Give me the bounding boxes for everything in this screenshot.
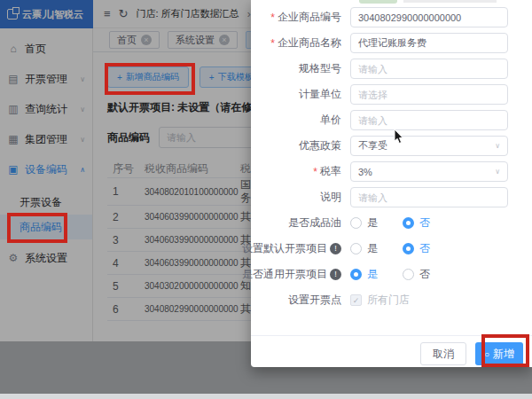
- required-mark: *: [270, 12, 275, 24]
- form-row-product-code: * 企业商品编号: [251, 4, 532, 30]
- highlight-box-sidebar-product-codes: [7, 213, 67, 243]
- radio-label: 否: [419, 241, 430, 256]
- form-row-product-name: * 企业商品名称: [251, 30, 532, 56]
- field-label: 规格型号: [251, 61, 350, 76]
- info-icon[interactable]: !: [330, 269, 341, 280]
- invoice-point-checkbox-group: ✓ 所有门店: [350, 293, 410, 308]
- field-label: * 企业商品编号: [251, 10, 350, 25]
- toast-remnant: [359, 0, 397, 4]
- tax-rate-select[interactable]: 3% ∨: [350, 161, 508, 182]
- radio-label: 是: [367, 215, 378, 231]
- discount-policy-select[interactable]: 不享受 ∨: [350, 136, 508, 156]
- refined-oil-radio-group: 是 否: [350, 215, 430, 231]
- radio-label: 否: [419, 215, 430, 231]
- form-row-default-invoice-item: 设置默认开票项目 ! 是 否: [251, 236, 532, 262]
- chevron-down-icon: ∨: [495, 168, 500, 176]
- required-mark: *: [270, 37, 275, 50]
- radio-yes[interactable]: [350, 243, 362, 254]
- highlight-box-add-button: [105, 63, 195, 95]
- form-row-discount-policy: 优惠政策 不享受 ∨: [251, 133, 532, 159]
- form-row-spec-model: 规格型号: [251, 56, 532, 82]
- cancel-button[interactable]: 取消: [420, 342, 466, 365]
- field-label: 设置默认开票项目 !: [251, 241, 350, 256]
- field-label: * 税率: [251, 164, 350, 179]
- radio-yes[interactable]: [350, 269, 362, 280]
- chevron-down-icon: ∨: [495, 142, 500, 150]
- form-row-description: 说明: [251, 184, 532, 210]
- radio-label: 是: [367, 241, 378, 256]
- required-mark: *: [313, 166, 317, 178]
- form-row-invoice-points: 设置开票点 ✓ 所有门店: [251, 287, 532, 313]
- unit-price-input[interactable]: [350, 110, 508, 130]
- bottom-edge-strip: [0, 394, 532, 399]
- measure-unit-input[interactable]: [350, 84, 508, 105]
- highlight-box-submit-button: [481, 334, 529, 367]
- radio-label: 是: [367, 267, 378, 282]
- radio-no[interactable]: [403, 243, 414, 254]
- form-row-general-invoice-item: 是否通用开票项目 ! 是 否: [251, 262, 532, 287]
- default-invoice-item-radio-group: 是 否: [350, 241, 430, 256]
- general-invoice-item-radio-group: 是 否: [350, 267, 430, 282]
- select-value: 3%: [358, 167, 372, 177]
- field-label: 设置开票点: [251, 293, 350, 308]
- form-row-tax-rate: * 税率 3% ∨: [251, 159, 532, 184]
- radio-no[interactable]: [403, 217, 414, 229]
- radio-yes[interactable]: [350, 217, 362, 229]
- mouse-cursor: [394, 129, 405, 149]
- field-label: 计量单位: [251, 87, 350, 102]
- field-label: 优惠政策: [251, 138, 350, 153]
- form-row-unit: 计量单位: [251, 82, 532, 107]
- form-row-refined-oil: 是否成品油 是 否: [251, 210, 532, 236]
- field-label: 是否成品油: [251, 215, 350, 231]
- radio-label: 否: [419, 267, 430, 282]
- field-label: 单价: [251, 113, 350, 128]
- add-product-code-dialog: * 企业商品编号 * 企业商品名称 规格型号 计量单位: [251, 0, 532, 367]
- field-label: 是否通用开票项目 !: [251, 267, 350, 282]
- form-row-unit-price: 单价: [251, 107, 532, 133]
- checkbox-checked-disabled: ✓: [350, 294, 362, 306]
- spec-model-input[interactable]: [350, 59, 508, 79]
- field-label: 说明: [251, 190, 350, 205]
- top-edge-remnant: [403, 0, 497, 3]
- info-icon[interactable]: !: [330, 243, 341, 254]
- description-input[interactable]: [350, 187, 508, 207]
- checkbox-label: 所有门店: [367, 293, 410, 308]
- select-value: 不享受: [358, 139, 387, 153]
- app-window: 云票儿|智税云 ≡ ↻ 门店: 所有门店数据汇总 › 首页 × 系统设置 × 商…: [0, 0, 532, 399]
- field-label: * 企业商品名称: [251, 35, 350, 51]
- enterprise-product-code-input[interactable]: [350, 7, 508, 27]
- radio-no[interactable]: [403, 269, 414, 280]
- enterprise-product-name-input[interactable]: [350, 33, 508, 53]
